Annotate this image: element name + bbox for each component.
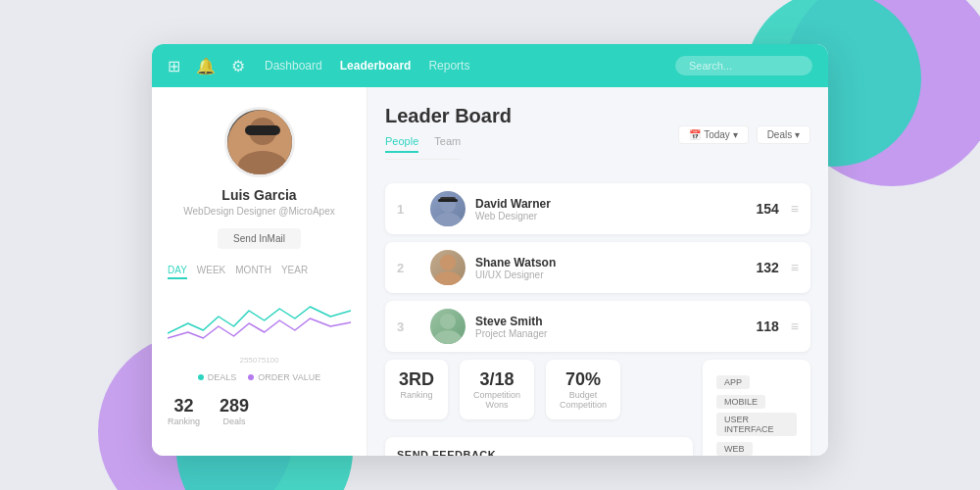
chart-label-100: 100 [266, 356, 278, 365]
deals-dot [198, 374, 204, 380]
avatar-3 [430, 309, 466, 344]
deals-label: DEALS [208, 372, 237, 382]
tag-item[interactable]: USER INTERFACE [716, 413, 797, 436]
tab-year[interactable]: YEAR [281, 265, 308, 279]
profile-name: Luis Garcia [221, 187, 296, 203]
deals-value: 289 [220, 396, 249, 416]
grid-icon[interactable]: ⊞ [168, 57, 180, 75]
filter-row: 📅 Today ▾ Deals ▾ [678, 125, 810, 144]
chart-area [168, 289, 351, 348]
nav-leaderboard[interactable]: Leaderboard [340, 59, 412, 73]
nav-reports[interactable]: Reports [428, 59, 469, 73]
deals-label: Deals [220, 416, 249, 426]
svg-point-6 [440, 314, 456, 329]
app-window: ⊞ 🔔 ⚙ Dashboard Leaderboard Reports Luis… [152, 44, 828, 456]
svg-point-5 [434, 271, 462, 285]
lb-name-3: Steve Smith [475, 315, 756, 328]
bottom-stats: 3RD Ranking 3/18 CompetitionWons 70% Bud… [385, 360, 693, 419]
bstat-budget-label: BudgetCompetition [560, 390, 607, 410]
feedback-section: SEND FEEDBACK Well the first thing you k… [385, 437, 693, 456]
lb-score-3: 118 [756, 318, 778, 334]
svg-point-7 [434, 330, 462, 344]
filter-deals[interactable]: Deals ▾ [757, 125, 810, 144]
main-content: Leader Board People Team 📅 Today ▾ Deals… [368, 87, 828, 456]
legend-deals: DEALS [198, 372, 237, 382]
bstat-competition: 3/18 CompetitionWons [460, 360, 534, 419]
bottom-grid: 3RD Ranking 3/18 CompetitionWons 70% Bud… [385, 360, 810, 456]
time-tabs: DAY WEEK MONTH YEAR [168, 265, 351, 279]
tag-item[interactable]: WEB [716, 442, 753, 456]
avatar [224, 107, 295, 177]
profile-title: WebDesign Designer @MicroApex [183, 206, 334, 217]
rank-2: 2 [397, 261, 420, 275]
bstat-ranking-value: 3RD [399, 369, 434, 390]
lb-role-3: Project Manager [475, 328, 756, 339]
nav-bar: ⊞ 🔔 ⚙ Dashboard Leaderboard Reports [152, 44, 828, 87]
chart-labels: 25 50 75 100 [239, 356, 278, 365]
feedback-title: SEND FEEDBACK [397, 449, 681, 456]
content-area: Luis Garcia WebDesign Designer @MicroApe… [152, 87, 828, 456]
rank-1: 1 [397, 202, 420, 217]
stat-deals: 289 Deals [220, 396, 249, 426]
avatar-1 [430, 191, 466, 226]
stats-row: 32 Ranking 289 Deals [168, 396, 351, 426]
lb-menu-icon-1[interactable]: ≡ [791, 201, 799, 217]
tab-team[interactable]: Team [434, 135, 461, 153]
lb-menu-icon-3[interactable]: ≡ [791, 318, 799, 334]
rank-3: 3 [397, 319, 420, 334]
tag-item[interactable]: APP [716, 375, 750, 389]
chart-label-75: 75 [257, 356, 266, 365]
ranking-label: Ranking [168, 416, 200, 426]
order-label: ORDER VALUE [258, 372, 320, 382]
tab-week[interactable]: WEEK [197, 265, 225, 279]
lb-name-2: Shane Watson [475, 256, 756, 270]
lb-info-3: Steve Smith Project Manager [475, 315, 756, 339]
sidebar: Luis Garcia WebDesign Designer @MicroApe… [152, 87, 368, 456]
chart-label-50: 50 [248, 356, 257, 365]
lb-score-1: 154 [756, 201, 778, 217]
bstat-competition-value: 3/18 [473, 369, 520, 390]
nav-icons: ⊞ 🔔 ⚙ [168, 57, 245, 75]
stat-ranking: 32 Ranking [168, 396, 200, 426]
svg-point-4 [440, 255, 456, 270]
ranking-value: 32 [168, 396, 200, 416]
nav-dashboard[interactable]: Dashboard [265, 59, 322, 73]
lb-score-2: 132 [756, 260, 778, 275]
tags-panel: APPMOBILEUSER INTERFACEWEBUI MIGRATIONFL… [703, 360, 810, 456]
bstat-competition-label: CompetitionWons [473, 390, 520, 410]
sunglasses [245, 125, 280, 135]
filter-today[interactable]: 📅 Today ▾ [678, 125, 748, 144]
bstat-budget: 70% BudgetCompetition [546, 360, 620, 419]
tab-month[interactable]: MONTH [235, 265, 271, 279]
tags-container: APPMOBILEUSER INTERFACEWEBUI MIGRATIONFL… [714, 371, 799, 456]
svg-rect-3 [438, 199, 458, 202]
lb-role-1: Web Designer [475, 211, 756, 221]
avatar-2 [430, 250, 466, 285]
bstat-budget-value: 70% [560, 369, 607, 390]
nav-links: Dashboard Leaderboard Reports [265, 59, 675, 73]
lb-menu-icon-2[interactable]: ≡ [791, 260, 799, 275]
tab-day[interactable]: DAY [168, 265, 187, 279]
table-row: 3 Steve Smith Project Manager 118 ≡ [385, 301, 810, 352]
bell-icon[interactable]: 🔔 [196, 57, 216, 75]
search-input[interactable] [675, 56, 812, 75]
settings-icon[interactable]: ⚙ [231, 57, 245, 75]
order-dot [248, 374, 254, 380]
lb-info-2: Shane Watson UI/UX Designer [475, 256, 756, 280]
tab-people[interactable]: People [385, 135, 418, 153]
table-row: 1 David Warner Web Designer 154 ≡ [385, 183, 810, 234]
bstat-ranking-label: Ranking [399, 390, 434, 400]
avatar-face [227, 110, 295, 177]
content-tabs: People Team [385, 135, 461, 160]
tag-item[interactable]: MOBILE [716, 395, 765, 409]
svg-point-1 [434, 213, 462, 226]
lb-role-2: UI/UX Designer [475, 270, 756, 280]
table-row: 2 Shane Watson UI/UX Designer 132 ≡ [385, 242, 810, 293]
lb-name-1: David Warner [475, 197, 756, 211]
send-inmail-button[interactable]: Send InMail [218, 228, 301, 249]
lb-info-1: David Warner Web Designer [475, 197, 756, 221]
legend: DEALS ORDER VALUE [198, 372, 320, 382]
chart-label-25: 25 [239, 356, 248, 365]
page-title: Leader Board [385, 105, 810, 127]
legend-order-value: ORDER VALUE [248, 372, 320, 382]
